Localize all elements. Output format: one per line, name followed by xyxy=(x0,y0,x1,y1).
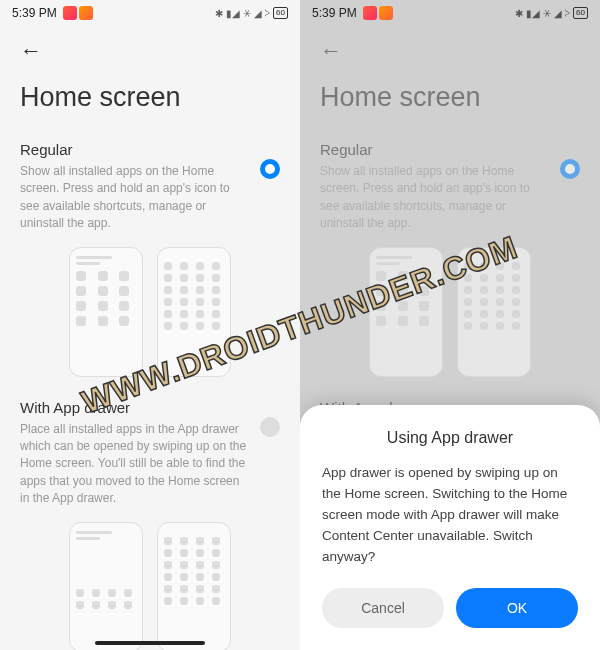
signal2-icon: ◢ xyxy=(254,8,262,19)
dialog-app-drawer: Using App drawer App drawer is opened by… xyxy=(300,405,600,650)
status-bar: 5:39 PM ✱ ▮◢ ⚹ ◢ ⧽ 60 xyxy=(300,0,600,26)
radio-drawer[interactable] xyxy=(260,417,280,437)
wifi-icon: ⧽ xyxy=(265,8,270,19)
radio-regular[interactable] xyxy=(260,159,280,179)
signal-icon: ▮◢ xyxy=(526,8,540,19)
option-drawer-title: With App drawer xyxy=(20,399,250,416)
status-time: 5:39 PM xyxy=(312,6,357,20)
preview-drawer xyxy=(20,522,280,650)
volte-icon: ⚹ xyxy=(243,7,251,19)
bluetooth-icon: ✱ xyxy=(515,8,523,19)
page-title: Home screen xyxy=(20,82,280,113)
dialog-title: Using App drawer xyxy=(322,429,578,447)
option-regular-title: Regular xyxy=(320,141,550,158)
status-bar: 5:39 PM ✱ ▮◢ ⚹ ◢ ⧽ 60 xyxy=(0,0,300,26)
page-title: Home screen xyxy=(320,82,580,113)
ok-button[interactable]: OK xyxy=(456,588,578,628)
settings-screen-right: 5:39 PM ✱ ▮◢ ⚹ ◢ ⧽ 60 ← Home screen xyxy=(300,0,600,650)
battery-icon: 60 xyxy=(273,7,288,19)
option-regular: Regular Show all installed apps on the H… xyxy=(320,141,580,377)
option-regular-desc: Show all installed apps on the Home scre… xyxy=(320,163,550,233)
wifi-icon: ⧽ xyxy=(565,8,570,19)
preview-regular xyxy=(320,247,580,377)
signal2-icon: ◢ xyxy=(554,8,562,19)
option-regular[interactable]: Regular Show all installed apps on the H… xyxy=(20,141,280,377)
notif-icon-1 xyxy=(363,6,377,20)
signal-icon: ▮◢ xyxy=(226,8,240,19)
cancel-button[interactable]: Cancel xyxy=(322,588,444,628)
notif-icon-2 xyxy=(79,6,93,20)
settings-screen-left: 5:39 PM ✱ ▮◢ ⚹ ◢ ⧽ 60 ← Home screen xyxy=(0,0,300,650)
back-button[interactable]: ← xyxy=(20,38,42,64)
notif-icon-2 xyxy=(379,6,393,20)
volte-icon: ⚹ xyxy=(543,7,551,19)
radio-regular xyxy=(560,159,580,179)
option-regular-title: Regular xyxy=(20,141,250,158)
back-button[interactable]: ← xyxy=(320,38,342,64)
option-regular-desc: Show all installed apps on the Home scre… xyxy=(20,163,250,233)
battery-icon: 60 xyxy=(573,7,588,19)
status-time: 5:39 PM xyxy=(12,6,57,20)
bluetooth-icon: ✱ xyxy=(215,8,223,19)
option-drawer[interactable]: With App drawer Place all installed apps… xyxy=(20,399,280,650)
preview-regular xyxy=(20,247,280,377)
option-drawer-desc: Place all installed apps in the App draw… xyxy=(20,421,250,508)
dialog-body: App drawer is opened by swiping up on th… xyxy=(322,463,578,568)
home-indicator[interactable] xyxy=(95,641,205,645)
notif-icon-1 xyxy=(63,6,77,20)
